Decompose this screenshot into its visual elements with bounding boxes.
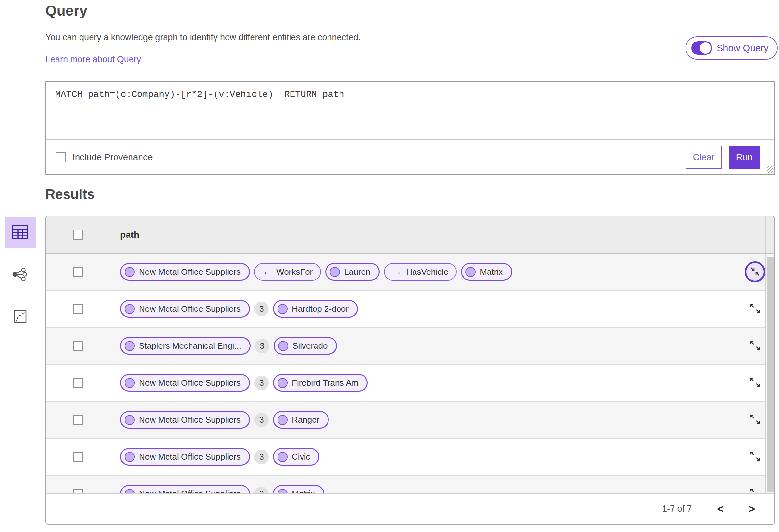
- row-checkbox-cell: [46, 328, 110, 364]
- entity-node-icon: [278, 452, 288, 462]
- learn-more-link[interactable]: Learn more about Query: [46, 55, 141, 65]
- map-view-button[interactable]: [5, 301, 36, 332]
- entity-node-icon: [125, 267, 135, 277]
- query-textarea[interactable]: MATCH path=(c:Company)-[r*2]-(v:Vehicle)…: [46, 82, 774, 140]
- expand-icon: [749, 414, 761, 426]
- entity-node-icon: [125, 304, 135, 314]
- entity-pill[interactable]: Lauren: [325, 263, 380, 281]
- graph-view-icon: [12, 267, 28, 281]
- entity-pill[interactable]: Ranger: [273, 411, 329, 428]
- entity-label: Matrix: [480, 267, 503, 277]
- table-row: Staplers Mechanical Engi...3Silverado: [46, 328, 774, 364]
- entity-node-icon: [278, 378, 288, 388]
- entity-node-icon: [125, 378, 135, 388]
- entity-label: Hardtop 2-door: [292, 304, 349, 314]
- resize-grip-icon[interactable]: [767, 167, 773, 173]
- toggle-switch-icon[interactable]: [692, 41, 712, 55]
- row-checkbox[interactable]: [73, 415, 83, 425]
- run-button[interactable]: Run: [729, 146, 760, 169]
- vertical-scrollbar[interactable]: [765, 254, 774, 494]
- expand-row-button[interactable]: [749, 303, 761, 315]
- row-checkbox[interactable]: [73, 378, 83, 388]
- path-cell: New Metal Office Suppliers3Hardtop 2-doo…: [110, 291, 735, 327]
- row-checkbox-cell: [46, 364, 110, 401]
- entity-pill[interactable]: New Metal Office Suppliers: [120, 300, 250, 318]
- row-checkbox-cell: [46, 254, 110, 290]
- path-cell: New Metal Office Suppliers3Ranger: [110, 402, 735, 438]
- table-row: New Metal Office Suppliers3Hardtop 2-doo…: [46, 291, 774, 328]
- header-checkbox-cell: [46, 216, 110, 253]
- row-checkbox[interactable]: [73, 267, 83, 277]
- table-row: New Metal Office Suppliers3Ranger: [46, 402, 774, 439]
- collapse-row-button[interactable]: [744, 261, 765, 282]
- entity-label: Lauren: [344, 267, 370, 277]
- expand-row-button[interactable]: [749, 377, 761, 389]
- select-all-checkbox[interactable]: [73, 230, 83, 240]
- relationship-count-badge: 3: [254, 302, 269, 316]
- relationship-pill[interactable]: ←WorksFor: [254, 263, 321, 281]
- relationship-count-badge: 3: [255, 339, 269, 353]
- path-cell: New Metal Office Suppliers3Civic: [110, 439, 735, 475]
- path-cell: New Metal Office Suppliers3Firebird Tran…: [110, 364, 735, 401]
- results-heading: Results: [46, 187, 95, 202]
- collapse-icon: [749, 266, 761, 278]
- include-provenance-label: Include Provenance: [72, 152, 153, 162]
- entity-pill[interactable]: Matrix: [461, 263, 512, 281]
- entity-label: Civic: [292, 452, 310, 462]
- row-checkbox[interactable]: [73, 452, 83, 462]
- relationship-count-badge: 3: [254, 376, 269, 390]
- clear-button[interactable]: Clear: [685, 146, 722, 169]
- entity-pill[interactable]: New Metal Office Suppliers: [120, 263, 250, 281]
- chevron-right-icon[interactable]: >: [749, 504, 755, 514]
- table-row: New Metal Office Suppliers3Firebird Tran…: [46, 364, 774, 402]
- show-query-toggle[interactable]: Show Query: [685, 36, 778, 60]
- row-checkbox[interactable]: [73, 341, 83, 351]
- entity-pill[interactable]: Silverado: [274, 337, 337, 354]
- map-view-icon: [13, 310, 27, 323]
- entity-node-icon: [125, 452, 135, 462]
- pagination-bar: 1-7 of 7 < >: [46, 493, 774, 524]
- include-provenance-checkbox[interactable]: [56, 152, 66, 162]
- entity-node-icon: [125, 415, 135, 425]
- entity-node-icon: [278, 304, 288, 314]
- relationship-pill[interactable]: →HasVehicle: [384, 263, 457, 281]
- query-panel: MATCH path=(c:Company)-[r*2]-(v:Vehicle)…: [46, 81, 775, 175]
- table-header-row: path: [46, 216, 774, 254]
- entity-pill[interactable]: Firebird Trans Am: [273, 374, 368, 392]
- path-cell: Staplers Mechanical Engi...3Silverado: [110, 328, 735, 364]
- page-title: Query: [46, 3, 87, 19]
- relationship-label: HasVehicle: [406, 267, 448, 277]
- path-cell: New Metal Office Suppliers←WorksForLaure…: [110, 254, 735, 290]
- entity-node-icon: [466, 267, 476, 277]
- row-checkbox-cell: [46, 439, 110, 475]
- chevron-left-icon[interactable]: <: [717, 504, 723, 514]
- row-checkbox[interactable]: [73, 304, 83, 314]
- table-view-button[interactable]: [5, 217, 36, 248]
- entity-label: New Metal Office Suppliers: [139, 378, 241, 388]
- path-column-header: path: [110, 216, 765, 253]
- entity-pill[interactable]: Staplers Mechanical Engi...: [120, 337, 251, 354]
- expand-row-button[interactable]: [749, 414, 761, 426]
- scrollbar-thumb[interactable]: [767, 257, 774, 492]
- entity-pill[interactable]: New Metal Office Suppliers: [120, 374, 250, 392]
- entity-label: New Metal Office Suppliers: [139, 452, 241, 462]
- graph-view-button[interactable]: [5, 259, 36, 290]
- entity-node-icon: [278, 415, 288, 425]
- expand-icon: [749, 377, 761, 389]
- relationship-label: WorksFor: [276, 267, 313, 277]
- entity-pill[interactable]: Civic: [273, 448, 319, 466]
- relationship-count-badge: 3: [254, 450, 269, 464]
- entity-pill[interactable]: New Metal Office Suppliers: [120, 448, 250, 466]
- expand-row-button[interactable]: [749, 340, 761, 352]
- show-query-label: Show Query: [717, 43, 769, 54]
- entity-pill[interactable]: Hardtop 2-door: [273, 300, 358, 318]
- entity-label: New Metal Office Suppliers: [139, 304, 241, 314]
- entity-label: New Metal Office Suppliers: [139, 415, 241, 425]
- entity-label: Staplers Mechanical Engi...: [139, 341, 241, 351]
- expand-row-button[interactable]: [749, 451, 761, 463]
- pagination-range-label: 1-7 of 7: [662, 504, 692, 514]
- query-toolbar: Include Provenance Clear Run: [46, 140, 774, 174]
- header-scroll-gutter: [765, 216, 774, 253]
- entity-label: Ranger: [292, 415, 319, 425]
- entity-pill[interactable]: New Metal Office Suppliers: [120, 411, 250, 428]
